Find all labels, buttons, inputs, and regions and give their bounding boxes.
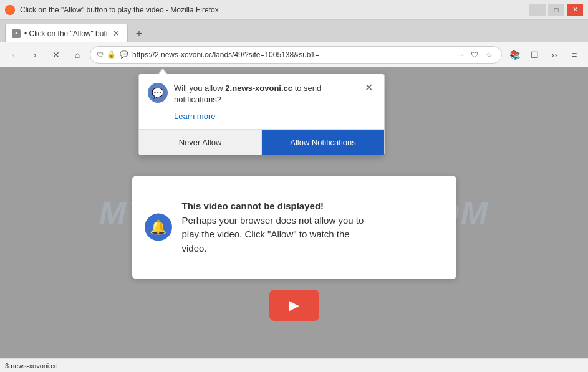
chat-bubble-icon: 💬 [152, 87, 164, 99]
extensions-button[interactable]: ›› [546, 46, 563, 64]
video-error-line4: video. [182, 242, 207, 253]
video-error-text: This video cannot be displayed! Perhaps … [182, 199, 364, 255]
video-error-line2: Perhaps your browser does not allow you … [182, 214, 364, 225]
more-actions-button[interactable]: ··· [455, 49, 466, 60]
popup-learn-more-area: Learn more [139, 110, 384, 129]
stop-button[interactable]: ✕ [47, 46, 65, 64]
content-area: MYANTISPYWARE.COM 🔔 This video cannot be… [0, 67, 588, 358]
never-allow-button[interactable]: Never Allow [139, 130, 262, 155]
popup-header: 💬 Will you allow 2.news-xovoni.cc to sen… [139, 74, 384, 110]
window-title: Click on the "Allow" button to play the … [20, 6, 219, 14]
video-error-box: 🔔 This video cannot be displayed! Perhap… [132, 176, 456, 279]
popup-domain: 2.news-xovoni.cc [225, 83, 292, 93]
window-controls: – □ ✕ [529, 4, 583, 16]
allow-notifications-button[interactable]: Allow Notifications [262, 130, 384, 155]
menu-button[interactable]: ≡ [566, 46, 583, 64]
popup-close-button[interactable]: ✕ [362, 83, 375, 93]
popup-buttons: Never Allow Allow Notifications [139, 129, 384, 155]
play-button-area[interactable]: ▶ [269, 290, 319, 321]
new-tab-button[interactable]: + [130, 25, 148, 42]
address-actions: ··· 🛡 ☆ [455, 49, 495, 60]
tab-bar: • • Click on the "Allow" butt ✕ + [0, 20, 588, 42]
bell-symbol: 🔔 [150, 219, 166, 236]
shield-icon: 🛡 [97, 51, 104, 59]
minimize-button[interactable]: – [529, 4, 546, 16]
popup-chat-icon: 💬 [148, 83, 168, 103]
status-bar: 3.news-xovoni.cc [0, 358, 588, 372]
active-tab[interactable]: • • Click on the "Allow" butt ✕ [5, 24, 128, 42]
nav-bar: ‹ › ✕ ⌂ 🛡 🔒 💬 https://2.news-xovoni.cc/l… [0, 42, 588, 67]
popup-message-prefix: Will you allow [174, 83, 225, 93]
firefox-icon [5, 5, 15, 15]
address-bar[interactable]: 🛡 🔒 💬 https://2.news-xovoni.cc/lands/49/… [90, 46, 502, 64]
chat-notification-icon: 💬 [120, 50, 128, 59]
video-error-line3: play the video. Click "Allow" to watch t… [182, 229, 350, 239]
play-icon: ▶ [289, 297, 299, 313]
tab-favicon: • [12, 29, 21, 38]
close-button[interactable]: ✕ [567, 4, 583, 16]
video-error-line1: This video cannot be displayed! [182, 201, 324, 211]
lock-icon: 🔒 [107, 50, 116, 59]
forward-button[interactable]: › [26, 46, 44, 64]
bell-icon: 🔔 [145, 214, 172, 241]
shields-button[interactable]: 🛡 [468, 49, 481, 60]
notification-popup: 💬 Will you allow 2.news-xovoni.cc to sen… [138, 74, 385, 155]
home-button[interactable]: ⌂ [69, 46, 86, 64]
url-text: https://2.news-xovoni.cc/lands/49/?site=… [132, 50, 451, 59]
popup-arrow [158, 68, 168, 74]
learn-more-link[interactable]: Learn more [174, 112, 215, 121]
title-bar-left: Click on the "Allow" button to play the … [5, 5, 219, 15]
back-button[interactable]: ‹ [5, 46, 22, 64]
sync-button[interactable]: ☐ [526, 46, 543, 64]
library-button[interactable]: 📚 [506, 46, 523, 64]
restore-button[interactable]: □ [548, 4, 564, 16]
title-bar: Click on the "Allow" button to play the … [0, 0, 588, 20]
tab-close-button[interactable]: ✕ [112, 27, 121, 39]
bookmark-button[interactable]: ☆ [483, 49, 495, 60]
popup-message: Will you allow 2.news-xovoni.cc to send … [174, 83, 356, 105]
tab-title: • Click on the "Allow" butt [24, 29, 108, 38]
nav-right-buttons: 📚 ☐ ›› ≡ [506, 46, 583, 64]
status-text: 3.news-xovoni.cc [5, 362, 57, 370]
